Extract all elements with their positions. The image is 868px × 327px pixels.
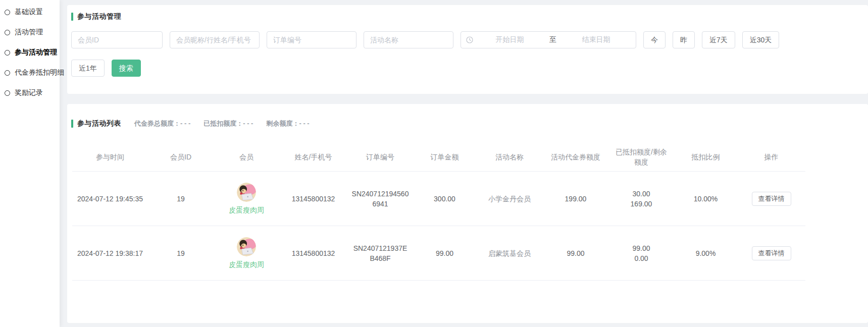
- col-name-phone: 姓名/手机号: [279, 149, 347, 165]
- col-action: 操作: [737, 149, 805, 165]
- quick-7days-button[interactable]: 近7天: [702, 31, 735, 48]
- stat-remaining: 剩余额度：- - -: [266, 119, 309, 128]
- cell-member-id: 19: [148, 190, 214, 208]
- deducted-amount: 99.00: [612, 243, 670, 253]
- sidebar-item-reward-records[interactable]: 奖励记录: [0, 83, 60, 103]
- col-member-id: 会员ID: [148, 149, 214, 165]
- radio-circle-icon: [5, 30, 10, 35]
- sidebar-item-label: 代金券抵扣明细: [15, 68, 64, 77]
- stat-label: 剩余额度：: [266, 120, 299, 127]
- stat-deducted: 已抵扣额度：- - -: [203, 119, 253, 128]
- cell-voucher-amount: 99.00: [543, 244, 608, 262]
- table-row: 2024-07-12 19:45:35 19: [72, 172, 805, 226]
- quick-1year-button[interactable]: 近1年: [71, 60, 105, 77]
- cell-time: 2024-07-12 19:45:35: [72, 190, 148, 208]
- cell-name-phone: 13145800132: [279, 190, 347, 208]
- stat-total-voucher: 代金券总额度：- - -: [134, 119, 190, 128]
- sidebar-item-basic-settings[interactable]: 基础设置: [0, 2, 60, 22]
- stat-value: - - -: [243, 120, 253, 127]
- stat-label: 代金券总额度：: [134, 120, 180, 127]
- cell-action: 查看详情: [737, 188, 805, 210]
- cell-voucher-amount: 199.00: [543, 190, 608, 208]
- member-avatar[interactable]: [237, 237, 256, 256]
- col-deducted-remaining: 已抵扣额度/剩余额度: [608, 144, 674, 170]
- sidebar: 基础设置 活动管理 参与活动管理 代金券抵扣明细 奖励记录: [0, 0, 60, 327]
- filter-card: 参与活动管理 开始日期 至 结束日期 今 昨 近7天 近30天 近1年: [67, 5, 868, 94]
- participation-table: 参与时间 会员ID 会员 姓名/手机号 订单编号 订单金额 活动名称 活动代金券…: [72, 142, 805, 281]
- cell-ratio: 9.00%: [674, 244, 737, 262]
- view-detail-button[interactable]: 查看详情: [752, 192, 791, 206]
- sidebar-item-participation-management[interactable]: 参与活动管理: [0, 42, 60, 63]
- cell-time: 2024-07-12 19:38:17: [72, 244, 148, 262]
- stat-value: - - -: [299, 120, 309, 127]
- stat-label: 已抵扣额度：: [203, 120, 243, 127]
- clock-icon: [466, 36, 473, 43]
- sidebar-item-label: 参与活动管理: [15, 48, 57, 57]
- activity-name-input[interactable]: [364, 31, 453, 48]
- table-header-row: 参与时间 会员ID 会员 姓名/手机号 订单编号 订单金额 活动名称 活动代金券…: [72, 142, 805, 172]
- quick-yesterday-button[interactable]: 昨: [673, 31, 695, 48]
- member-id-input[interactable]: [71, 31, 163, 48]
- filter-section-header: 参与活动管理: [71, 12, 861, 21]
- sidebar-item-activity-management[interactable]: 活动管理: [0, 22, 60, 42]
- list-section-header: 参与活动列表 代金券总额度：- - - 已抵扣额度：- - - 剩余额度：- -…: [71, 119, 861, 128]
- section-accent-bar: [71, 13, 73, 21]
- cell-member: 皮蛋瘦肉周: [214, 179, 279, 219]
- quick-30days-button[interactable]: 近30天: [742, 31, 780, 48]
- cell-ratio: 10.00%: [674, 190, 737, 208]
- member-nickname[interactable]: 皮蛋瘦肉周: [229, 205, 264, 215]
- date-range-picker[interactable]: 开始日期 至 结束日期: [461, 31, 636, 48]
- filter-row-2: 近1年 搜索: [71, 60, 861, 77]
- cell-activity-name: 小学金丹会员: [476, 190, 543, 208]
- quick-today-button[interactable]: 今: [643, 31, 666, 48]
- col-order-amount: 订单金额: [413, 149, 476, 165]
- col-time: 参与时间: [72, 149, 148, 165]
- section-accent-bar: [71, 120, 73, 128]
- radio-circle-icon: [5, 10, 10, 15]
- col-ratio: 抵扣比例: [674, 149, 737, 165]
- list-card: 参与活动列表 代金券总额度：- - - 已抵扣额度：- - - 剩余额度：- -…: [67, 104, 868, 323]
- stat-value: - - -: [180, 120, 190, 127]
- cell-member-id: 19: [148, 244, 214, 262]
- date-separator: 至: [546, 35, 559, 44]
- page-title: 参与活动管理: [77, 12, 121, 21]
- radio-circle-icon: [5, 90, 10, 96]
- col-activity-name: 活动名称: [476, 149, 543, 165]
- col-member: 会员: [214, 149, 279, 165]
- sidebar-item-label: 奖励记录: [15, 88, 43, 97]
- order-number-input[interactable]: [267, 31, 356, 48]
- list-title: 参与活动列表: [77, 119, 121, 128]
- remaining-amount: 0.00: [612, 253, 670, 263]
- table-row: 2024-07-12 19:38:17 19: [72, 226, 805, 281]
- cell-order-amount: 99.00: [413, 244, 476, 262]
- cell-order-no: SN2407121945606941: [347, 185, 413, 213]
- member-nickname[interactable]: 皮蛋瘦肉周: [229, 259, 264, 269]
- sidebar-item-label: 活动管理: [15, 28, 43, 37]
- voucher-stats: 代金券总额度：- - - 已抵扣额度：- - - 剩余额度：- - -: [134, 119, 310, 128]
- cell-member: 皮蛋瘦肉周: [214, 233, 279, 274]
- cell-activity-name: 启蒙筑基会员: [476, 244, 543, 262]
- view-detail-button[interactable]: 查看详情: [752, 246, 791, 260]
- col-order-no: 订单编号: [347, 149, 413, 165]
- cell-deducted-remaining: 30.00 169.00: [608, 185, 674, 213]
- cell-deducted-remaining: 99.00 0.00: [608, 239, 674, 267]
- end-date-placeholder[interactable]: 结束日期: [561, 35, 631, 44]
- search-button[interactable]: 搜索: [112, 60, 141, 77]
- member-nickname-input[interactable]: [170, 31, 260, 48]
- main-content: 参与活动管理 开始日期 至 结束日期 今 昨 近7天 近30天 近1年: [60, 0, 868, 327]
- sidebar-item-voucher-deduction-detail[interactable]: 代金券抵扣明细: [0, 63, 60, 83]
- sidebar-item-label: 基础设置: [15, 8, 43, 17]
- remaining-amount: 169.00: [612, 199, 670, 209]
- filter-row-1: 开始日期 至 结束日期 今 昨 近7天 近30天: [71, 31, 861, 48]
- deducted-amount: 30.00: [612, 189, 670, 199]
- cell-action: 查看详情: [737, 242, 805, 264]
- start-date-placeholder[interactable]: 开始日期: [475, 35, 544, 44]
- cell-order-amount: 300.00: [413, 190, 476, 208]
- radio-circle-icon: [5, 70, 10, 76]
- radio-circle-icon: [5, 50, 10, 56]
- member-avatar[interactable]: [237, 183, 256, 202]
- cell-name-phone: 13145800132: [279, 244, 347, 262]
- col-voucher-amount: 活动代金券额度: [543, 149, 608, 165]
- cell-order-no: SN2407121937EB468F: [347, 239, 413, 267]
